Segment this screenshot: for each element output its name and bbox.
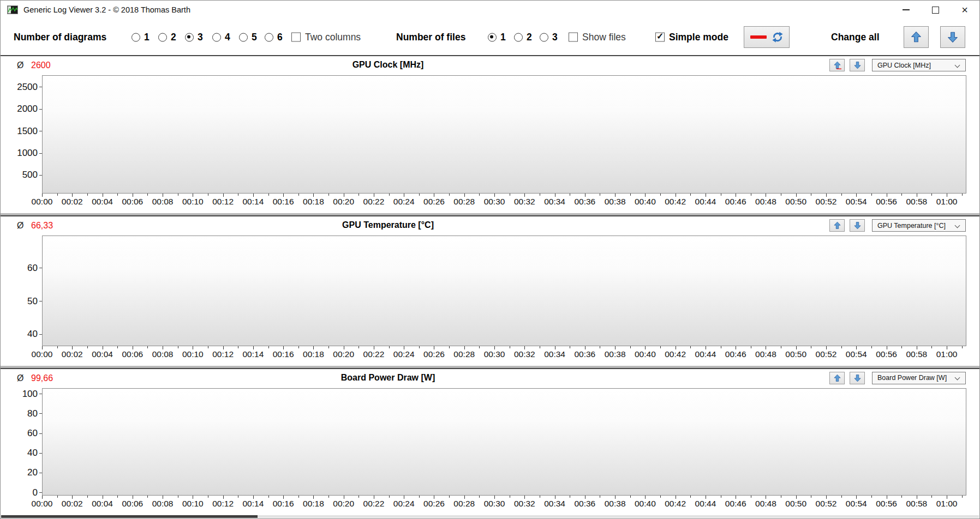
diagrams-radio-3[interactable]: 3 — [185, 32, 203, 43]
x-axis-tick — [479, 194, 480, 196]
simple-mode-checkbox[interactable]: Simple mode — [655, 32, 728, 43]
red-line-style-icon — [750, 35, 767, 39]
x-axis-tick-label: 00:08 — [152, 349, 174, 359]
files-radio-1[interactable]: 1 — [488, 32, 506, 43]
minimize-button[interactable] — [891, 1, 921, 19]
two-columns-checkbox[interactable]: Two columns — [291, 32, 361, 43]
x-axis-tick-label: 00:52 — [816, 499, 837, 509]
x-axis-tick — [962, 496, 963, 498]
x-axis-tick — [540, 194, 540, 196]
chart-panel-gpu-clock: Ø 2600 GPU Clock [MHz] GPU Clock [MHz] 5… — [1, 55, 979, 213]
diagrams-radio-4[interactable]: 4 — [212, 32, 230, 43]
x-axis-tick — [117, 194, 118, 196]
x-axis-tick-label: 00:58 — [906, 499, 927, 509]
average-symbol: Ø — [17, 221, 23, 231]
y-axis-tick-label: 500 — [22, 170, 42, 180]
files-count-label: Number of files — [396, 32, 465, 43]
x-axis-tick-label: 00:30 — [484, 197, 505, 207]
change-all-up-button[interactable] — [904, 26, 929, 48]
diagrams-radio-6[interactable]: 6 — [265, 32, 283, 43]
x-axis-tick — [871, 496, 872, 498]
background-window-dark-strip — [1, 515, 258, 518]
y-axis-tick-label: 60 — [27, 263, 42, 274]
move-down-button[interactable] — [850, 219, 865, 232]
window-controls: × — [891, 1, 979, 19]
x-axis-tick — [57, 346, 58, 348]
x-axis-tick-label: 00:24 — [393, 499, 415, 509]
x-axis-tick — [690, 346, 691, 348]
close-button[interactable]: × — [950, 1, 979, 19]
x-axis-tick — [570, 346, 570, 348]
move-up-button[interactable] — [829, 59, 845, 71]
plot-area[interactable] — [42, 388, 966, 496]
x-axis-tick — [901, 496, 902, 498]
x-axis-tick-label: 00:38 — [605, 197, 626, 207]
diagrams-radio-1[interactable]: 1 — [132, 32, 150, 43]
x-axis-tick-label: 00:42 — [665, 499, 686, 509]
x-axis-tick — [962, 346, 963, 348]
plot-area[interactable] — [42, 75, 966, 194]
x-axis-tick-label: 00:14 — [242, 499, 264, 509]
x-axis-labels: 00:0000:0200:0400:0600:0800:1000:1200:14… — [42, 194, 966, 208]
x-axis-tick — [298, 194, 299, 196]
x-axis-tick — [781, 346, 781, 348]
y-axis-tick-label: 40 — [27, 329, 42, 340]
x-axis-tick — [931, 346, 932, 348]
move-up-button[interactable] — [829, 372, 845, 384]
move-down-button[interactable] — [850, 59, 865, 71]
measurement-select[interactable]: Board Power Draw [W] — [872, 372, 966, 384]
diagrams-radio-5[interactable]: 5 — [239, 32, 257, 43]
measurement-select[interactable]: GPU Temperature [°C] — [872, 219, 966, 232]
plot-row: 405060 — [1, 236, 979, 346]
change-all-label: Change all — [831, 32, 880, 43]
move-up-button[interactable] — [829, 219, 845, 232]
checkbox-icon — [291, 33, 301, 42]
x-axis-tick — [600, 496, 600, 498]
average-symbol: Ø — [17, 61, 23, 70]
x-axis-tick — [328, 496, 329, 498]
y-axis-tick-label: 60 — [27, 428, 42, 439]
up-arrow-icon — [910, 31, 922, 43]
x-axis-tick — [570, 496, 570, 498]
x-axis-tick-label: 00:42 — [665, 197, 686, 207]
maximize-button[interactable] — [921, 1, 950, 19]
x-axis-tick-label: 00:20 — [333, 349, 354, 359]
x-axis-tick — [358, 496, 359, 498]
x-axis-tick-label: 00:46 — [725, 197, 746, 207]
plot-area[interactable] — [42, 236, 966, 346]
measurement-select[interactable]: GPU Clock [MHz] — [872, 59, 966, 71]
files-radio-2[interactable]: 2 — [514, 32, 532, 43]
y-axis-tick-label: 100 — [22, 389, 42, 400]
move-down-button[interactable] — [850, 372, 865, 384]
radio-icon — [514, 33, 523, 41]
x-axis-tick-label: 00:02 — [62, 197, 83, 207]
x-axis-tick-label: 00:32 — [514, 499, 535, 509]
x-axis-tick-label: 00:10 — [182, 499, 204, 509]
x-axis-tick — [419, 346, 420, 348]
x-axis-labels: 00:0000:0200:0400:0600:0800:1000:1200:14… — [42, 346, 966, 360]
x-axis-tick-label: 00:28 — [453, 197, 475, 207]
x-axis-tick — [751, 194, 751, 196]
x-axis-tick-label: 00:18 — [303, 197, 324, 207]
x-axis-tick-label: 00:20 — [333, 499, 354, 509]
down-arrow-icon — [853, 221, 862, 230]
radio-icon — [239, 33, 248, 41]
x-axis-tick — [600, 346, 600, 348]
x-axis-tick-label: 00:22 — [363, 197, 385, 207]
x-axis-tick-label: 00:36 — [574, 197, 595, 207]
x-axis-tick — [268, 496, 269, 498]
show-files-checkbox[interactable]: Show files — [569, 32, 626, 43]
x-axis-tick-label: 00:36 — [574, 349, 595, 359]
x-axis-tick — [328, 194, 329, 196]
x-axis-tick-label: 00:08 — [152, 197, 174, 207]
change-all-down-button[interactable] — [940, 26, 965, 48]
x-axis-tick — [87, 496, 88, 498]
x-axis-tick-label: 00:12 — [212, 197, 234, 207]
x-axis-labels: 00:0000:0200:0400:0600:0800:1000:1200:14… — [42, 496, 966, 510]
maximize-icon — [932, 7, 939, 14]
files-radio-3[interactable]: 3 — [540, 32, 558, 43]
line-style-refresh-button[interactable] — [744, 26, 790, 48]
diagrams-radio-2[interactable]: 2 — [158, 32, 176, 43]
x-axis-tick-label: 00:42 — [665, 349, 686, 359]
plot-row: 020406080100 — [1, 388, 979, 496]
